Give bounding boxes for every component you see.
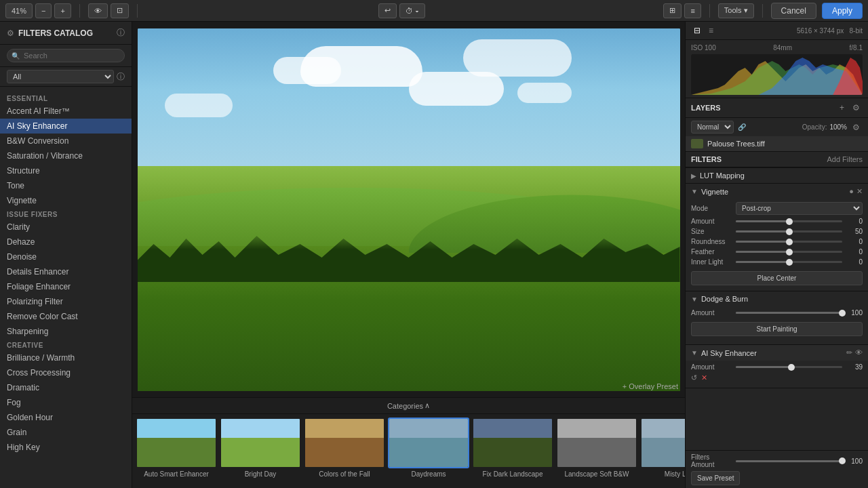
sliders-btn[interactable]: ≡ — [684, 3, 701, 18]
catalog-item-vignette[interactable]: Vignette — [0, 193, 132, 208]
catalog-item-dramatic[interactable]: Dramatic — [0, 380, 132, 395]
dodge-burn-amount-thumb[interactable] — [839, 310, 846, 317]
zoom-in-btn[interactable]: + — [54, 3, 71, 18]
thumb-label-daydreams: Daydreams — [411, 470, 446, 478]
catalog-item-sharpening[interactable]: Sharpening — [0, 324, 132, 339]
filters-amount-thumb[interactable] — [839, 458, 846, 464]
vignette-feather-label: Feather — [691, 248, 732, 256]
catalog-item-details[interactable]: Details Enhancer — [0, 264, 132, 279]
vignette-roundness-thumb[interactable] — [786, 239, 793, 245]
ai-sky-eye-icon[interactable]: 👁 — [855, 348, 863, 357]
section-creative-label: CREATIVE — [0, 339, 132, 350]
ai-sky-delete-btn[interactable]: ✕ — [701, 373, 707, 382]
catalog-scroll: ESSENTIAL Accent AI Filter™ AI Sky Enhan… — [0, 87, 132, 488]
catalog-item-structure[interactable]: Structure — [0, 163, 132, 178]
opacity-settings-btn[interactable]: ⚙ — [850, 121, 863, 134]
ai-sky-edit-icon[interactable]: ✏ — [846, 348, 852, 357]
compare-btn[interactable]: ⊡ — [111, 3, 129, 18]
dodge-burn-header[interactable]: ▼ Dodge & Burn — [686, 291, 868, 306]
catalog-item-saturation[interactable]: Saturation / Vibrance — [0, 148, 132, 163]
catalog-item-tone[interactable]: Tone — [0, 178, 132, 193]
start-painting-btn[interactable]: Start Painting — [691, 322, 863, 336]
catalog-info-icon[interactable]: ⓘ — [117, 27, 125, 39]
save-preset-btn[interactable]: Save Preset — [691, 471, 740, 485]
vignette-header[interactable]: ▼ Vignette ● ✕ — [686, 184, 868, 199]
catalog-item-polarizing[interactable]: Polarizing Filter — [0, 294, 132, 309]
ai-sky-reset-btn[interactable]: ↺ — [691, 373, 697, 382]
vignette-mode-select[interactable]: Post-crop — [736, 202, 863, 215]
thumb-auto-smart[interactable]: Auto Smart Enhancer — [136, 418, 217, 478]
vignette-size-thumb[interactable] — [786, 228, 793, 235]
catalog-search-input[interactable] — [7, 49, 125, 62]
catalog-item-brilliance[interactable]: Brilliance / Warmth — [0, 350, 132, 365]
ai-sky-amount-row: Amount 39 — [691, 363, 863, 371]
catalog-filter-info-icon[interactable]: ⓘ — [117, 71, 125, 83]
histogram-tab-btn[interactable]: ⊟ — [691, 24, 703, 37]
apply-button[interactable]: Apply — [822, 3, 863, 19]
ai-sky-amount-thumb[interactable] — [788, 364, 795, 371]
layer-item-palouse[interactable]: Palouse Trees.tiff — [686, 136, 868, 151]
thumb-colors-fall[interactable]: Colors of the Fall — [304, 418, 385, 478]
grid-btn[interactable]: ⊞ — [663, 3, 682, 18]
zoom-out-btn[interactable]: − — [35, 3, 52, 18]
vignette-roundness-track[interactable] — [736, 241, 842, 243]
catalog-item-grain[interactable]: Grain — [0, 425, 132, 440]
place-center-btn[interactable]: Place Center — [691, 271, 863, 285]
thumb-daydreams[interactable]: Daydreams — [388, 418, 469, 478]
catalog-item-ai-sky[interactable]: AI Sky Enhancer — [0, 119, 132, 134]
catalog-item-fog[interactable]: Fog — [0, 395, 132, 410]
exposure-label: 84mm — [773, 44, 792, 52]
thumb-misty-land[interactable]: Misty Land — [640, 418, 685, 478]
thumb-landscape-bw[interactable]: Landscape Soft B&W — [556, 418, 637, 478]
info-tab-btn[interactable]: ≡ — [706, 24, 716, 37]
history-btn[interactable]: ⏱ ▾ — [399, 3, 425, 18]
catalog-filter-select[interactable]: All — [7, 70, 114, 83]
catalog-item-remove-color[interactable]: Remove Color Cast — [0, 309, 132, 324]
catalog-item-golden-hour[interactable]: Golden Hour — [0, 410, 132, 425]
catalog-item-foliage[interactable]: Foliage Enhancer — [0, 279, 132, 294]
layers-header[interactable]: LAYERS + ⚙ — [686, 98, 868, 118]
catalog-item-bw[interactable]: B&W Conversion — [0, 134, 132, 148]
ai-sky-header[interactable]: ▼ AI Sky Enhancer ✏ 👁 — [686, 345, 868, 361]
add-filters-btn[interactable]: Add Filters — [827, 155, 863, 163]
zoom-value[interactable]: 41% — [5, 3, 33, 18]
vignette-inner-light-thumb[interactable] — [786, 259, 793, 266]
vignette-size-track[interactable] — [736, 230, 842, 232]
filters-catalog-panel: ⚙ FILTERS CATALOG ⓘ All ⓘ ESSENTIAL Acce… — [0, 22, 132, 488]
layer-mode-select[interactable]: Normal — [691, 121, 734, 134]
vignette-amount-track[interactable] — [736, 220, 842, 222]
lut-mapping-header[interactable]: ▶ LUT Mapping — [686, 168, 868, 183]
layers-add-btn[interactable]: + — [837, 102, 847, 114]
categories-bar[interactable]: Categories ∧ — [132, 397, 685, 413]
catalog-item-clarity[interactable]: Clarity — [0, 220, 132, 235]
dodge-burn-title: Dodge & Burn — [701, 295, 863, 303]
right-top-icons: ⊟ ≡ 5616 × 3744 px 8-bit — [686, 22, 868, 40]
eye-btn[interactable]: 👁 — [88, 3, 108, 18]
fstop-label: f/8.1 — [850, 44, 863, 52]
vignette-feather-track[interactable] — [736, 251, 842, 253]
cancel-button[interactable]: Cancel — [771, 3, 816, 19]
vignette-inner-light-track[interactable] — [736, 261, 842, 263]
vignette-close[interactable]: ✕ — [856, 187, 863, 196]
layers-settings-btn[interactable]: ⚙ — [850, 102, 863, 114]
dodge-burn-amount-track[interactable] — [736, 312, 842, 314]
catalog-item-dehaze[interactable]: Dehaze — [0, 235, 132, 249]
thumb-bright-day[interactable]: Bright Day — [220, 418, 301, 478]
vignette-amount-thumb[interactable] — [786, 218, 793, 225]
undo-btn[interactable]: ↩ — [378, 3, 397, 18]
catalog-item-cross-processing[interactable]: Cross Processing — [0, 365, 132, 380]
vignette-feather-thumb[interactable] — [786, 249, 793, 256]
ai-sky-enhancer-block: ▼ AI Sky Enhancer ✏ 👁 Amount 39 — [686, 345, 868, 388]
thumbnails-strip: Auto Smart Enhancer Bright Day Colors of… — [132, 413, 685, 488]
catalog-item-denoise[interactable]: Denoise — [0, 249, 132, 264]
overlay-preset-btn[interactable]: + Overlay Preset — [623, 382, 678, 390]
vignette-mode-row: Mode Post-crop — [691, 202, 863, 215]
iso-label: ISO 100 — [691, 44, 716, 52]
thumb-fix-dark[interactable]: Fix Dark Landscape — [472, 418, 553, 478]
filters-amount-track[interactable] — [736, 460, 842, 462]
tools-btn[interactable]: Tools ▾ — [718, 3, 754, 18]
catalog-item-accent-ai[interactable]: Accent AI Filter™ — [0, 104, 132, 119]
ai-sky-amount-track[interactable] — [736, 366, 842, 368]
catalog-item-high-key[interactable]: High Key — [0, 440, 132, 455]
view-tools: 👁 ⊡ — [88, 3, 129, 18]
